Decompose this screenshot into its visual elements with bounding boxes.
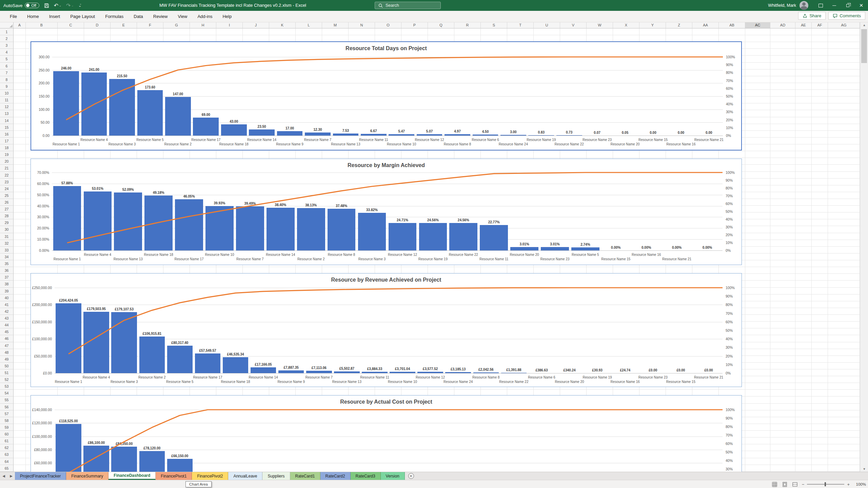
column-header-A[interactable]: A [14, 22, 26, 28]
row-header-28[interactable]: 28 [0, 212, 14, 219]
column-header-S[interactable]: S [481, 22, 507, 28]
sheet-tab-ratecard2[interactable]: RateCard2 [320, 472, 351, 480]
row-header-34[interactable]: 34 [0, 253, 14, 260]
row-header-44[interactable]: 44 [0, 322, 14, 328]
row-header-3[interactable]: 3 [0, 42, 14, 49]
sheet-tab-version[interactable]: Version [381, 472, 405, 480]
column-header-AE[interactable]: AE [795, 22, 812, 28]
share-button[interactable]: Share [798, 12, 826, 20]
column-header-L[interactable]: L [296, 22, 322, 28]
sheet-tab-suppliers[interactable]: Suppliers [262, 472, 290, 480]
column-header-P[interactable]: P [401, 22, 428, 28]
column-header-E[interactable]: E [111, 22, 137, 28]
undo-dropdown-icon[interactable]: ⌄ [59, 4, 61, 7]
row-header-39[interactable]: 39 [0, 288, 14, 294]
row-header-4[interactable]: 4 [0, 49, 14, 56]
row-header-27[interactable]: 27 [0, 206, 14, 212]
column-header-AF[interactable]: AF [812, 22, 828, 28]
sheet-tab-ratecard3[interactable]: RateCard3 [351, 472, 381, 480]
minimize-button[interactable] [827, 0, 841, 11]
row-header-21[interactable]: 21 [0, 165, 14, 171]
row-header-59[interactable]: 59 [0, 424, 14, 431]
ribbon-tab-review[interactable]: Review [148, 11, 173, 22]
column-header-M[interactable]: M [322, 22, 349, 28]
autosave-switch[interactable]: Off [25, 3, 39, 8]
ribbon-tab-add-ins[interactable]: Add-ins [192, 11, 217, 22]
row-header-29[interactable]: 29 [0, 219, 14, 226]
column-header-C[interactable]: C [58, 22, 84, 28]
page-break-preview-button[interactable] [792, 481, 798, 488]
column-header-AC[interactable]: AC [745, 22, 770, 28]
ribbon-tab-page-layout[interactable]: Page Layout [65, 11, 100, 22]
page-layout-view-button[interactable] [782, 481, 788, 488]
sheet-nav-right-icon[interactable]: ▶ [7, 472, 15, 480]
row-header-16[interactable]: 16 [0, 131, 14, 138]
row-header-42[interactable]: 42 [0, 308, 14, 315]
row-header-46[interactable]: 46 [0, 335, 14, 342]
sheet-tab-ratecard1[interactable]: RateCard1 [290, 472, 320, 480]
row-header-14[interactable]: 14 [0, 117, 14, 124]
column-header-AD[interactable]: AD [770, 22, 795, 28]
column-header-T[interactable]: T [507, 22, 534, 28]
row-header-10[interactable]: 10 [0, 90, 14, 97]
sheet-tab-financepivot2[interactable]: FinancePivot2 [192, 472, 228, 480]
row-header-8[interactable]: 8 [0, 76, 14, 83]
column-header-I[interactable]: I [216, 22, 243, 28]
column-header-B[interactable]: B [26, 22, 58, 28]
row-header-51[interactable]: 51 [0, 369, 14, 376]
row-header-13[interactable]: 13 [0, 110, 14, 117]
row-header-32[interactable]: 32 [0, 240, 14, 247]
user-name[interactable]: Whitfield, Mark [768, 3, 796, 8]
sheet-tab-projectfinancetracker[interactable]: ProjectFinanceTracker [15, 472, 66, 480]
row-header-25[interactable]: 25 [0, 192, 14, 199]
chart-1[interactable]: Resource Total Days on Project300.00250.… [31, 41, 742, 150]
row-header-43[interactable]: 43 [0, 315, 14, 322]
sheet-tab-financepivot1[interactable]: FinancePivot1 [156, 472, 192, 480]
row-header-49[interactable]: 49 [0, 356, 14, 363]
column-header-AG[interactable]: AG [828, 22, 860, 28]
row-header-61[interactable]: 61 [0, 438, 14, 444]
row-header-26[interactable]: 26 [0, 199, 14, 206]
row-header-17[interactable]: 17 [0, 138, 14, 144]
save-button[interactable] [44, 3, 49, 8]
sheet-nav-left-icon[interactable]: ◀ [0, 472, 7, 480]
row-header-11[interactable]: 11 [0, 97, 14, 103]
restore-button[interactable] [841, 0, 854, 11]
row-header-58[interactable]: 58 [0, 417, 14, 424]
vertical-scrollbar-thumb[interactable] [861, 29, 867, 63]
row-header-7[interactable]: 7 [0, 69, 14, 76]
add-sheet-button[interactable]: + [408, 473, 414, 479]
row-header-38[interactable]: 38 [0, 281, 14, 287]
user-avatar[interactable] [800, 1, 808, 10]
row-header-2[interactable]: 2 [0, 35, 14, 42]
row-header-41[interactable]: 41 [0, 301, 14, 308]
row-header-22[interactable]: 22 [0, 172, 14, 179]
zoom-in-icon[interactable]: + [847, 482, 850, 487]
ribbon-tab-view[interactable]: View [173, 11, 192, 22]
column-header-W[interactable]: W [587, 22, 613, 28]
column-header-Z[interactable]: Z [666, 22, 692, 28]
select-all-corner[interactable] [0, 22, 14, 28]
row-header-57[interactable]: 57 [0, 410, 14, 417]
scroll-up-icon[interactable]: ▲ [860, 22, 868, 28]
row-header-35[interactable]: 35 [0, 260, 14, 267]
ribbon-tab-file[interactable]: File [5, 11, 22, 22]
column-header-AA[interactable]: AA [692, 22, 719, 28]
row-header-30[interactable]: 30 [0, 226, 14, 233]
row-header-18[interactable]: 18 [0, 144, 14, 151]
quick-access-customize-button[interactable]: ⌄̄ [78, 3, 81, 8]
column-header-Q[interactable]: Q [428, 22, 454, 28]
vertical-scrollbar[interactable]: ▲ ▼ [860, 22, 868, 472]
row-header-31[interactable]: 31 [0, 233, 14, 240]
ribbon-tab-data[interactable]: Data [129, 11, 148, 22]
column-header-O[interactable]: O [375, 22, 401, 28]
row-header-62[interactable]: 62 [0, 444, 14, 451]
column-header-K[interactable]: K [269, 22, 296, 28]
ribbon-tab-formulas[interactable]: Formulas [100, 11, 129, 22]
column-header-H[interactable]: H [190, 22, 216, 28]
scroll-down-icon[interactable]: ▼ [860, 466, 868, 472]
zoom-slider-thumb[interactable] [825, 482, 826, 486]
row-header-47[interactable]: 47 [0, 342, 14, 349]
row-header-50[interactable]: 50 [0, 363, 14, 369]
column-header-V[interactable]: V [560, 22, 587, 28]
